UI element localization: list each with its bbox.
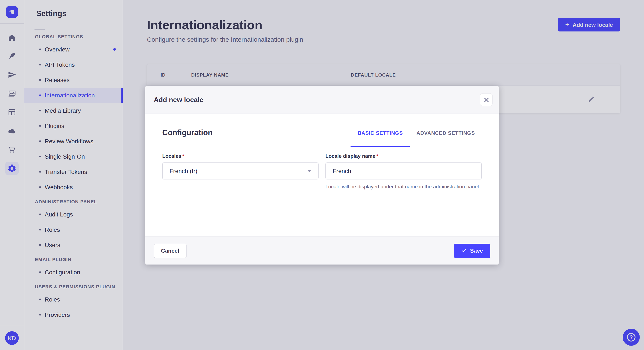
add-locale-modal: Add new locale Configuration BASIC SETTI… [145, 86, 499, 265]
configuration-header: Configuration BASIC SETTINGS ADVANCED SE… [162, 126, 482, 147]
locales-select[interactable]: French (fr) [162, 163, 318, 179]
required-asterisk: * [376, 153, 378, 159]
locales-label: Locales* [162, 153, 318, 159]
modal-section-title: Configuration [162, 128, 212, 137]
form-fields-row: Locales* French (fr) Locale display name… [162, 153, 482, 190]
close-icon[interactable] [480, 93, 493, 106]
modal-title: Add new locale [154, 96, 204, 104]
check-icon [461, 248, 466, 253]
modal-header: Add new locale [145, 86, 499, 114]
display-name-field: Locale display name* Locale will be disp… [326, 153, 482, 190]
locales-field: Locales* French (fr) [162, 153, 318, 190]
display-name-hint: Locale will be displayed under that name… [326, 183, 482, 190]
tab-advanced-settings[interactable]: ADVANCED SETTINGS [410, 126, 482, 147]
required-asterisk: * [182, 153, 184, 159]
save-label: Save [470, 247, 483, 254]
save-button[interactable]: Save [454, 243, 490, 258]
settings-tabs: BASIC SETTINGS ADVANCED SETTINGS [351, 126, 482, 147]
display-name-label: Locale display name* [326, 153, 482, 159]
screen: KD Settings GLOBAL SETTINGS Overview API… [0, 0, 644, 350]
chevron-down-icon [307, 170, 311, 172]
cancel-button[interactable]: Cancel [154, 243, 186, 258]
modal-body: Configuration BASIC SETTINGS ADVANCED SE… [145, 114, 499, 236]
tab-basic-settings[interactable]: BASIC SETTINGS [351, 126, 410, 147]
locales-select-value: French (fr) [170, 168, 198, 174]
modal-footer: Cancel Save [145, 236, 499, 265]
display-name-input[interactable] [326, 163, 482, 179]
